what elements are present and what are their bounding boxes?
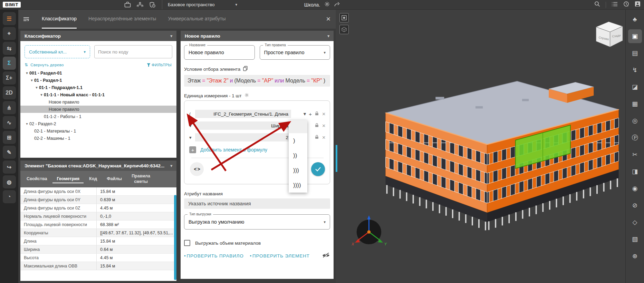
eye-off-icon[interactable] xyxy=(322,252,330,260)
bracket-option-1[interactable]: )) xyxy=(289,148,307,163)
3d-viewport[interactable]: Справа Сзади X Y xyxy=(336,10,625,283)
bracket-option-blank[interactable] xyxy=(289,120,307,133)
add-formula-element-link[interactable]: Добавить элемент в формулу xyxy=(200,147,267,153)
chevron-down-icon[interactable]: ▾ xyxy=(25,71,29,75)
dialog-tab-1[interactable]: Нераспределённые элементы xyxy=(88,10,156,29)
axis-gizmo[interactable]: X Y xyxy=(351,215,387,246)
filters-link[interactable]: ФИЛЬТРЫ xyxy=(147,63,172,67)
ruler-icon[interactable]: ▤ xyxy=(628,46,642,60)
formula-field[interactable]: Ширина xyxy=(195,121,291,130)
code-search-input[interactable] xyxy=(94,45,172,58)
3d-scene[interactable]: Справа Сзади X Y xyxy=(336,10,625,273)
table-scrollbar[interactable] xyxy=(174,195,176,280)
chevron-down-icon[interactable]: ▾ xyxy=(34,86,39,89)
chart-icon[interactable]: ∿ xyxy=(3,116,16,129)
tree-item[interactable]: ▾01-1-1 - Новый класс - 01-1-1 xyxy=(20,91,176,98)
shield-clock-icon[interactable] xyxy=(149,2,156,8)
copy-icon[interactable] xyxy=(243,66,248,72)
search-icon[interactable] xyxy=(594,1,600,8)
cut-icon[interactable]: ✂ xyxy=(628,148,642,162)
check-rule-link[interactable]: •ПРОВЕРИТЬ ПРАВИЛО xyxy=(184,253,244,258)
name-source-field[interactable]: Указать источник названия xyxy=(184,198,330,209)
unit-settings-gear-icon[interactable] xyxy=(244,93,249,98)
structure-icon[interactable]: ☰ xyxy=(3,12,16,25)
visibility-icon[interactable]: ◉ xyxy=(628,182,642,195)
collapse-tree-link[interactable]: Свернуть дерево xyxy=(30,63,64,67)
element-tab-3[interactable]: Файлы xyxy=(103,175,126,183)
clip-box-icon[interactable]: ◨ xyxy=(628,165,642,178)
check-element-link[interactable]: •ПРОВЕРИТЬ ЭЛЕМЕНТ xyxy=(250,253,310,258)
formula-field[interactable]: 2 xyxy=(195,133,291,142)
tree-item[interactable]: ▾01 - Раздел-1 xyxy=(20,77,176,84)
lock-icon[interactable] xyxy=(315,134,319,140)
element-tab-2[interactable]: Код xyxy=(85,175,101,183)
tree-item[interactable]: 01-1-2 - Работы - 1 xyxy=(20,113,176,120)
section-box-icon[interactable]: ◪ xyxy=(628,80,642,94)
workspace-selector[interactable]: Базовое пространство ▾ xyxy=(162,0,237,9)
rule-type-select[interactable]: Тип правила Простое правило ▾ xyxy=(260,45,330,60)
annotate-user-icon[interactable]: ✎ xyxy=(3,146,16,159)
confirm-formula-button[interactable] xyxy=(311,162,325,176)
hide-icon[interactable]: ⊘ xyxy=(628,198,642,212)
element-tab-0[interactable]: Свойства xyxy=(22,175,51,183)
code-view-button[interactable]: < > xyxy=(190,162,204,176)
navigation-cube[interactable]: Справа Сзади xyxy=(596,22,623,47)
element-tab-4[interactable]: Правила сметы xyxy=(127,172,154,186)
element-section-header[interactable]: Элемент "Базовая стена:ADSK_Наружная_Кир… xyxy=(20,160,176,171)
swap-icon[interactable]: ⇆ xyxy=(3,42,16,55)
rule-section-header[interactable]: Новое правило ▾ xyxy=(181,31,334,41)
panel-menu-icon[interactable] xyxy=(23,10,29,29)
tree-item[interactable]: Новое правило xyxy=(20,98,176,106)
settings-gear-icon[interactable] xyxy=(324,1,330,8)
classifier-type-select[interactable]: Собственный кл... ▾ xyxy=(25,45,90,58)
dialog-tab-0[interactable]: Классификатор xyxy=(42,10,77,29)
collaboration-icon[interactable]: ◍ xyxy=(3,175,16,188)
gauge-icon[interactable]: ◔ xyxy=(3,190,16,203)
tree-item[interactable]: ▾001 - Раздел-01 xyxy=(20,69,176,77)
list-icon[interactable] xyxy=(612,2,618,8)
classifier-sigma-icon[interactable]: Σ xyxy=(3,57,16,70)
plugins-icon[interactable]: ⊞ xyxy=(3,131,16,144)
isolate-selection-icon[interactable]: ▣ xyxy=(628,29,642,43)
lock-icon[interactable] xyxy=(315,123,319,129)
chevron-down-icon[interactable]: ▾ xyxy=(29,78,34,82)
focus-target-icon[interactable]: ◎ xyxy=(628,114,642,128)
classifier-section-header[interactable]: Классификатор ▾ xyxy=(20,31,176,41)
bracket-option-2[interactable]: ))) xyxy=(289,163,307,178)
transparent-view-icon[interactable]: ◇ xyxy=(628,215,642,229)
export-type-select[interactable]: Тип выгрузки Выгрузка по умолчанию ▾ xyxy=(184,214,330,230)
notification-clock-icon[interactable] xyxy=(623,1,629,8)
export-materials-checkbox[interactable] xyxy=(184,240,190,246)
tree-item[interactable]: 02-2 - Машины - 1 xyxy=(20,135,176,142)
tree-icon[interactable]: ♣ xyxy=(628,12,642,26)
plan-icon[interactable]: Ⓟ xyxy=(628,131,642,145)
shaded-view-icon[interactable]: ▧ xyxy=(628,232,642,246)
pin-select-icon[interactable]: ⌖ xyxy=(3,27,16,40)
grid-icon[interactable]: ▦ xyxy=(628,97,642,111)
tree-item[interactable]: ▾01-1 - Подраздел-1.1 xyxy=(20,84,176,91)
section-lightning-icon[interactable]: ↯ xyxy=(628,63,642,77)
add-formula-element-button[interactable]: + xyxy=(189,146,196,153)
formula-field[interactable]: IFC_2_Геометрия_Стены/1. Длина xyxy=(195,110,291,118)
remove-row-icon[interactable]: ✕ xyxy=(322,123,326,128)
tree-item[interactable]: 02-1 - Материалы - 1 xyxy=(20,127,176,135)
team-icon[interactable] xyxy=(136,2,144,8)
user-icon[interactable] xyxy=(635,1,641,8)
hierarchy-icon[interactable]: ⋔ xyxy=(3,101,16,114)
briefcase-icon[interactable] xyxy=(124,2,131,8)
bracket-option-3[interactable]: )))) xyxy=(289,178,307,193)
tree-item[interactable]: Новое правило xyxy=(20,106,176,113)
chevron-down-icon[interactable]: ▾ xyxy=(189,123,195,128)
chevron-down-icon[interactable]: ▾ xyxy=(39,93,44,97)
sigma-plus-icon[interactable]: Σ+ xyxy=(3,71,16,85)
operator-plus[interactable]: + xyxy=(309,111,312,117)
dialog-tab-2[interactable]: Универсальные атрибуты xyxy=(168,10,225,29)
chevron-down-icon[interactable]: ▾ xyxy=(304,111,306,117)
remove-row-icon[interactable]: ✕ xyxy=(322,135,326,140)
share-icon[interactable] xyxy=(334,2,340,8)
chevron-down-icon[interactable]: ▾ xyxy=(189,135,195,140)
bracket-option-0[interactable]: ) xyxy=(289,133,307,148)
lock-icon[interactable] xyxy=(315,111,319,117)
remove-row-icon[interactable]: ✕ xyxy=(322,111,326,117)
share-model-icon[interactable]: ↪ xyxy=(3,160,16,174)
